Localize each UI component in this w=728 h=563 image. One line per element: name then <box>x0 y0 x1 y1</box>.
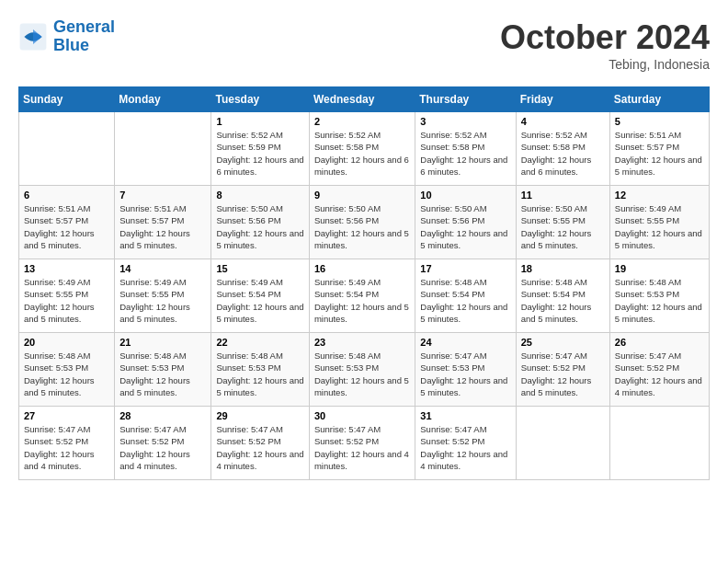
calendar-cell: 19Sunrise: 5:48 AMSunset: 5:53 PMDayligh… <box>609 259 709 333</box>
day-number: 21 <box>119 337 206 348</box>
day-info: Sunrise: 5:50 AMSunset: 5:56 PMDaylight:… <box>314 202 410 251</box>
day-number: 14 <box>119 263 206 274</box>
calendar-cell <box>115 112 211 186</box>
day-info: Sunrise: 5:47 AMSunset: 5:52 PMDaylight:… <box>521 350 605 398</box>
calendar-cell: 17Sunrise: 5:48 AMSunset: 5:54 PMDayligh… <box>415 259 516 333</box>
day-info: Sunrise: 5:48 AMSunset: 5:53 PMDaylight:… <box>216 350 303 398</box>
day-info: Sunrise: 5:47 AMSunset: 5:52 PMDaylight:… <box>420 423 510 472</box>
calendar-cell: 30Sunrise: 5:47 AMSunset: 5:52 PMDayligh… <box>309 407 415 480</box>
day-info: Sunrise: 5:49 AMSunset: 5:54 PMDaylight:… <box>314 276 410 325</box>
day-number: 27 <box>24 410 109 421</box>
weekday-header: Monday <box>115 87 211 112</box>
calendar-cell: 9Sunrise: 5:50 AMSunset: 5:56 PMDaylight… <box>309 186 415 259</box>
day-info: Sunrise: 5:49 AMSunset: 5:55 PMDaylight:… <box>119 276 206 325</box>
day-number: 1 <box>216 116 303 127</box>
day-info: Sunrise: 5:49 AMSunset: 5:55 PMDaylight:… <box>24 276 109 325</box>
day-info: Sunrise: 5:50 AMSunset: 5:56 PMDaylight:… <box>216 202 303 251</box>
calendar-cell: 10Sunrise: 5:50 AMSunset: 5:56 PMDayligh… <box>415 186 516 259</box>
day-number: 13 <box>24 263 109 274</box>
logo: General Blue <box>18 18 115 55</box>
weekday-header: Tuesday <box>211 87 309 112</box>
day-number: 23 <box>314 337 410 348</box>
day-number: 17 <box>420 263 510 274</box>
calendar-cell: 7Sunrise: 5:51 AMSunset: 5:57 PMDaylight… <box>115 186 211 259</box>
day-info: Sunrise: 5:52 AMSunset: 5:58 PMDaylight:… <box>314 129 410 178</box>
weekday-header: Sunday <box>19 87 115 112</box>
calendar-week-row: 13Sunrise: 5:49 AMSunset: 5:55 PMDayligh… <box>19 259 710 333</box>
calendar-cell: 29Sunrise: 5:47 AMSunset: 5:52 PMDayligh… <box>211 407 309 480</box>
month-title: October 2024 <box>500 18 710 57</box>
day-info: Sunrise: 5:48 AMSunset: 5:53 PMDaylight:… <box>24 350 109 398</box>
day-number: 3 <box>420 116 510 127</box>
calendar-cell: 11Sunrise: 5:50 AMSunset: 5:55 PMDayligh… <box>516 186 609 259</box>
logo-general: General <box>53 17 115 36</box>
day-number: 25 <box>521 337 605 348</box>
day-info: Sunrise: 5:47 AMSunset: 5:52 PMDaylight:… <box>615 350 704 398</box>
day-number: 11 <box>521 190 605 201</box>
day-number: 31 <box>420 410 510 421</box>
calendar-cell: 1Sunrise: 5:52 AMSunset: 5:59 PMDaylight… <box>211 112 309 186</box>
calendar-cell: 15Sunrise: 5:49 AMSunset: 5:54 PMDayligh… <box>211 259 309 333</box>
day-number: 19 <box>615 263 704 274</box>
calendar-cell: 21Sunrise: 5:48 AMSunset: 5:53 PMDayligh… <box>115 333 211 407</box>
day-info: Sunrise: 5:48 AMSunset: 5:53 PMDaylight:… <box>314 350 410 398</box>
calendar-cell: 5Sunrise: 5:51 AMSunset: 5:57 PMDaylight… <box>609 112 709 186</box>
day-number: 24 <box>420 337 510 348</box>
logo-blue: Blue <box>53 37 115 55</box>
weekday-header: Friday <box>516 87 609 112</box>
calendar-cell: 4Sunrise: 5:52 AMSunset: 5:58 PMDaylight… <box>516 112 609 186</box>
day-number: 30 <box>314 410 410 421</box>
day-info: Sunrise: 5:51 AMSunset: 5:57 PMDaylight:… <box>119 202 206 251</box>
day-info: Sunrise: 5:48 AMSunset: 5:54 PMDaylight:… <box>420 276 510 325</box>
calendar-cell: 28Sunrise: 5:47 AMSunset: 5:52 PMDayligh… <box>115 407 211 480</box>
day-number: 16 <box>314 263 410 274</box>
calendar-week-row: 6Sunrise: 5:51 AMSunset: 5:57 PMDaylight… <box>19 186 710 259</box>
weekday-row: SundayMondayTuesdayWednesdayThursdayFrid… <box>19 87 710 112</box>
calendar-cell <box>609 407 709 480</box>
calendar-cell: 24Sunrise: 5:47 AMSunset: 5:53 PMDayligh… <box>415 333 516 407</box>
calendar-cell: 27Sunrise: 5:47 AMSunset: 5:52 PMDayligh… <box>19 407 115 480</box>
calendar-week-row: 1Sunrise: 5:52 AMSunset: 5:59 PMDaylight… <box>19 112 710 186</box>
day-number: 20 <box>24 337 109 348</box>
day-number: 7 <box>119 190 206 201</box>
calendar-cell: 6Sunrise: 5:51 AMSunset: 5:57 PMDaylight… <box>19 186 115 259</box>
day-info: Sunrise: 5:47 AMSunset: 5:53 PMDaylight:… <box>420 350 510 398</box>
day-number: 8 <box>216 190 303 201</box>
day-info: Sunrise: 5:51 AMSunset: 5:57 PMDaylight:… <box>615 129 704 178</box>
weekday-header: Saturday <box>609 87 709 112</box>
calendar-cell: 20Sunrise: 5:48 AMSunset: 5:53 PMDayligh… <box>19 333 115 407</box>
page-header: General Blue October 2024 Tebing, Indone… <box>18 18 710 72</box>
calendar-cell: 2Sunrise: 5:52 AMSunset: 5:58 PMDaylight… <box>309 112 415 186</box>
calendar-cell: 8Sunrise: 5:50 AMSunset: 5:56 PMDaylight… <box>211 186 309 259</box>
day-number: 12 <box>615 190 704 201</box>
day-info: Sunrise: 5:51 AMSunset: 5:57 PMDaylight:… <box>24 202 109 251</box>
day-info: Sunrise: 5:47 AMSunset: 5:52 PMDaylight:… <box>314 423 410 472</box>
day-info: Sunrise: 5:50 AMSunset: 5:56 PMDaylight:… <box>420 202 510 251</box>
day-number: 10 <box>420 190 510 201</box>
location: Tebing, Indonesia <box>500 57 710 72</box>
day-number: 22 <box>216 337 303 348</box>
calendar-cell: 16Sunrise: 5:49 AMSunset: 5:54 PMDayligh… <box>309 259 415 333</box>
calendar-body: 1Sunrise: 5:52 AMSunset: 5:59 PMDaylight… <box>19 112 710 480</box>
day-info: Sunrise: 5:47 AMSunset: 5:52 PMDaylight:… <box>24 423 109 472</box>
day-info: Sunrise: 5:48 AMSunset: 5:53 PMDaylight:… <box>615 276 704 325</box>
title-block: October 2024 Tebing, Indonesia <box>500 18 710 72</box>
day-info: Sunrise: 5:52 AMSunset: 5:58 PMDaylight:… <box>521 129 605 178</box>
day-number: 18 <box>521 263 605 274</box>
day-number: 15 <box>216 263 303 274</box>
weekday-header: Thursday <box>415 87 516 112</box>
day-info: Sunrise: 5:52 AMSunset: 5:58 PMDaylight:… <box>420 129 510 178</box>
day-number: 28 <box>119 410 206 421</box>
day-info: Sunrise: 5:48 AMSunset: 5:54 PMDaylight:… <box>521 276 605 325</box>
calendar-cell <box>516 407 609 480</box>
calendar-cell: 12Sunrise: 5:49 AMSunset: 5:55 PMDayligh… <box>609 186 709 259</box>
day-number: 5 <box>615 116 704 127</box>
logo-icon <box>18 22 48 52</box>
weekday-header: Wednesday <box>309 87 415 112</box>
day-info: Sunrise: 5:52 AMSunset: 5:59 PMDaylight:… <box>216 129 303 178</box>
calendar-week-row: 27Sunrise: 5:47 AMSunset: 5:52 PMDayligh… <box>19 407 710 480</box>
day-number: 4 <box>521 116 605 127</box>
day-number: 26 <box>615 337 704 348</box>
calendar-cell: 25Sunrise: 5:47 AMSunset: 5:52 PMDayligh… <box>516 333 609 407</box>
calendar-cell: 18Sunrise: 5:48 AMSunset: 5:54 PMDayligh… <box>516 259 609 333</box>
